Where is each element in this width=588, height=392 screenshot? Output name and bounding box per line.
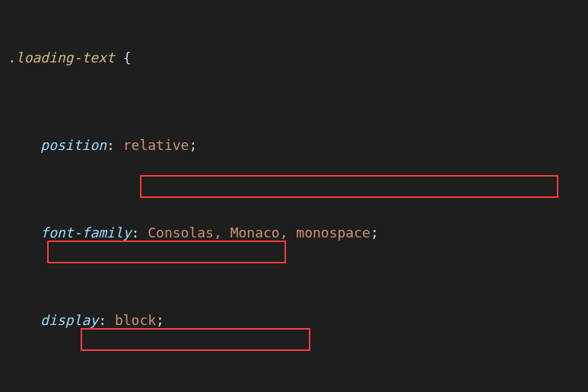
open-brace: { <box>123 49 132 65</box>
css-property: position <box>40 137 106 153</box>
code-line: display: block; <box>8 310 580 332</box>
css-property: font-family <box>40 225 131 241</box>
code-line: position: relative; <box>8 135 580 157</box>
css-value: relative <box>123 137 189 153</box>
css-selector: .loading-text <box>8 49 115 65</box>
code-line: .loading-text { <box>8 47 580 69</box>
code-line: font-family: Consolas, Monaco, monospace… <box>8 222 580 244</box>
css-value: Consolas, Monaco, monospace <box>148 225 370 241</box>
css-value: block <box>115 312 156 328</box>
css-property: display <box>40 312 98 328</box>
highlight-box <box>140 175 558 198</box>
code-editor[interactable]: .loading-text { position: relative; font… <box>0 0 588 392</box>
